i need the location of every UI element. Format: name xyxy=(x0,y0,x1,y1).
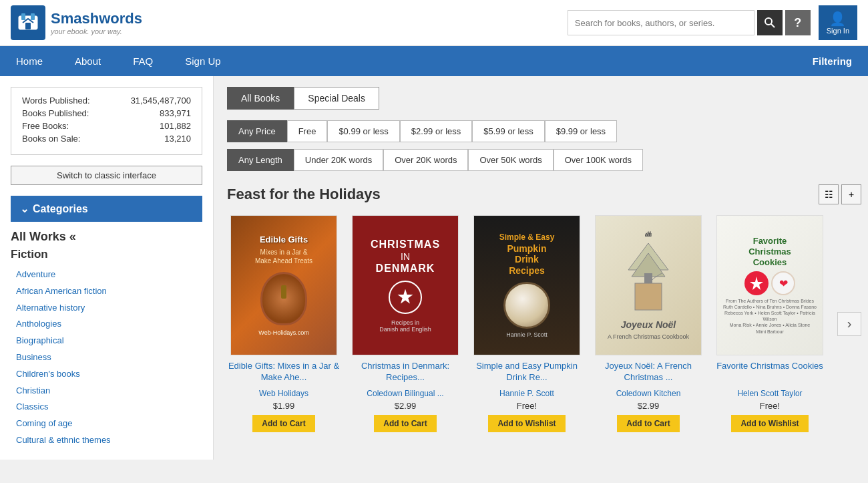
cat-alternative-history[interactable]: Alternative history xyxy=(11,300,202,317)
add-to-wishlist-pumpkin-drink[interactable]: Add to Wishlist xyxy=(488,415,565,432)
book-title-joyeux-noel[interactable]: Joyeux Noël: A French Christmas ... xyxy=(592,361,705,387)
logo-brand: Smashwords xyxy=(51,10,142,27)
book-author-edible-gifts[interactable]: Web Holidays xyxy=(259,389,308,398)
book-author-christmas-cookies[interactable]: Helen Scott Taylor xyxy=(737,389,802,398)
section-title: Feast for the Holidays xyxy=(227,186,381,203)
nav-faq[interactable]: FAQ xyxy=(117,46,169,76)
book-cover-joyeux-noel[interactable]: 🏙 Joyeux Noël A French Christmas Cookboo… xyxy=(595,215,702,355)
book-card-christmas-denmark: CHRISTMAS IN DENMARK Recipes inDanish an… xyxy=(349,215,462,432)
cat-adventure[interactable]: Adventure xyxy=(11,267,202,283)
stats-box: Words Published: 31,545,487,700 Books Pu… xyxy=(11,87,202,155)
cat-cultural[interactable]: Cultural & ethnic themes xyxy=(11,432,202,449)
switch-interface-button[interactable]: Switch to classic interface xyxy=(11,166,202,185)
book-author-christmas-denmark[interactable]: Coledown Bilingual ... xyxy=(367,389,443,398)
signin-label: Sign In xyxy=(827,27,849,35)
book-cover-pumpkin-drink[interactable]: Simple & Easy Pumpkin Drink Recipes Hann… xyxy=(473,215,580,355)
cat-coming-of-age[interactable]: Coming of age xyxy=(11,416,202,432)
categories-header: ⌄ Categories xyxy=(11,196,202,222)
section-header: Feast for the Holidays ☷ + xyxy=(227,184,861,204)
book-price-edible-gifts: $1.99 xyxy=(273,401,295,411)
book-title-edible-gifts[interactable]: Edible Gifts: Mixes in a Jar & Make Ahe.… xyxy=(227,361,341,387)
book-price-pumpkin-drink: Free! xyxy=(517,401,537,411)
stat-sale-label: Books on Sale: xyxy=(22,134,80,144)
book-price-christmas-denmark: $2.99 xyxy=(395,401,417,411)
categories-label: Categories xyxy=(33,203,88,215)
length-under20k[interactable]: Under 20K words xyxy=(294,149,383,171)
header: Smashwords your ebook. your way. ? 👤 Sig… xyxy=(0,0,868,46)
book-cover-christmas-cookies[interactable]: Favorite Christmas Cookies ❤ From The Au… xyxy=(716,215,823,355)
nav-bar: Home About FAQ Sign Up Filtering xyxy=(0,46,868,76)
add-to-cart-edible-gifts[interactable]: Add to Cart xyxy=(252,415,314,432)
price-any[interactable]: Any Price xyxy=(227,120,287,142)
tab-special-deals[interactable]: Special Deals xyxy=(294,87,379,110)
price-free[interactable]: Free xyxy=(287,120,328,142)
cat-classics[interactable]: Classics xyxy=(11,399,202,416)
view-controls: ☷ + xyxy=(819,184,861,204)
content-area: All Books Special Deals Any Price Free $… xyxy=(214,76,868,460)
svg-line-5 xyxy=(771,24,775,27)
price-999[interactable]: $9.99 or less xyxy=(545,120,617,142)
stat-books-label: Books Published: xyxy=(22,108,89,118)
sidebar: Words Published: 31,545,487,700 Books Pu… xyxy=(0,76,214,460)
book-title-christmas-denmark[interactable]: Christmas in Denmark: Recipes... xyxy=(349,361,462,387)
price-299[interactable]: $2.99 or less xyxy=(400,120,472,142)
stat-sale: Books on Sale: 13,210 xyxy=(22,134,191,144)
length-over100k[interactable]: Over 100K words xyxy=(554,149,643,171)
carousel-next-button[interactable]: › xyxy=(837,312,861,336)
user-icon: 👤 xyxy=(829,11,846,27)
grid-view-button[interactable]: ☷ xyxy=(819,184,839,204)
svg-point-4 xyxy=(765,18,772,25)
stat-free-value: 101,882 xyxy=(160,121,191,131)
book-price-christmas-cookies: Free! xyxy=(760,401,780,411)
expand-view-button[interactable]: + xyxy=(841,184,861,204)
nav-about[interactable]: About xyxy=(59,46,117,76)
price-filters: Any Price Free $0.99 or less $2.99 or le… xyxy=(227,120,861,142)
logo-text-area: Smashwords your ebook. your way. xyxy=(51,10,142,35)
cat-christian[interactable]: Christian xyxy=(11,383,202,399)
length-any[interactable]: Any Length xyxy=(227,149,294,171)
cat-childrens-books[interactable]: Children's books xyxy=(11,366,202,383)
add-to-cart-joyeux-noel[interactable]: Add to Cart xyxy=(617,415,679,432)
all-works-link[interactable]: All Works « xyxy=(11,230,202,244)
tab-all-books[interactable]: All Books xyxy=(227,87,294,110)
book-cover-christmas-denmark[interactable]: CHRISTMAS IN DENMARK Recipes inDanish an… xyxy=(352,215,459,355)
book-card-joyeux-noel: 🏙 Joyeux Noël A French Christmas Cookboo… xyxy=(592,215,705,432)
price-099[interactable]: $0.99 or less xyxy=(327,120,399,142)
cat-anthologies[interactable]: Anthologies xyxy=(11,316,202,333)
logo-tagline: your ebook. your way. xyxy=(51,27,142,35)
nav-signup[interactable]: Sign Up xyxy=(169,46,236,76)
add-to-cart-christmas-denmark[interactable]: Add to Cart xyxy=(374,415,436,432)
book-card-christmas-cookies: Favorite Christmas Cookies ❤ From The Au… xyxy=(713,215,827,432)
book-title-pumpkin-drink[interactable]: Simple and Easy Pumpkin Drink Re... xyxy=(470,361,584,387)
nav-home[interactable]: Home xyxy=(0,46,59,76)
fiction-label: Fiction xyxy=(11,248,202,261)
help-button[interactable]: ? xyxy=(785,10,811,35)
search-input[interactable] xyxy=(568,10,754,35)
signin-button[interactable]: 👤 Sign In xyxy=(819,5,857,40)
main-layout: Words Published: 31,545,487,700 Books Pu… xyxy=(0,76,868,460)
nav-filtering[interactable]: Filtering xyxy=(797,46,868,76)
stat-words-value: 31,545,487,700 xyxy=(131,96,191,106)
chevron-down-icon: ⌄ xyxy=(20,202,29,215)
book-tabs: All Books Special Deals xyxy=(227,87,861,110)
stat-books: Books Published: 833,971 xyxy=(22,108,191,118)
price-599[interactable]: $5.99 or less xyxy=(472,120,544,142)
length-over20k[interactable]: Over 20K words xyxy=(383,149,468,171)
books-grid: Edible Gifts Mixes in a Jar &Make Ahead … xyxy=(227,215,861,432)
search-button[interactable] xyxy=(757,10,783,35)
book-author-joyeux-noel[interactable]: Coledown Kitchen xyxy=(616,389,681,398)
svg-rect-3 xyxy=(25,23,31,29)
cat-business[interactable]: Business xyxy=(11,349,202,366)
logo-area: Smashwords your ebook. your way. xyxy=(11,5,568,40)
book-cover-edible-gifts[interactable]: Edible Gifts Mixes in a Jar &Make Ahead … xyxy=(230,215,337,355)
book-title-christmas-cookies[interactable]: Favorite Christmas Cookies xyxy=(716,361,823,387)
stat-books-value: 833,971 xyxy=(160,108,191,118)
cat-biographical[interactable]: Biographical xyxy=(11,333,202,349)
book-author-pumpkin-drink[interactable]: Hannie P. Scott xyxy=(499,389,554,398)
stat-sale-value: 13,210 xyxy=(164,134,191,144)
book-card-edible-gifts: Edible Gifts Mixes in a Jar &Make Ahead … xyxy=(227,215,341,432)
length-over50k[interactable]: Over 50K words xyxy=(468,149,553,171)
svg-rect-2 xyxy=(31,13,35,20)
add-to-wishlist-christmas-cookies[interactable]: Add to Wishlist xyxy=(731,415,808,432)
cat-african-american[interactable]: African American fiction xyxy=(11,283,202,300)
